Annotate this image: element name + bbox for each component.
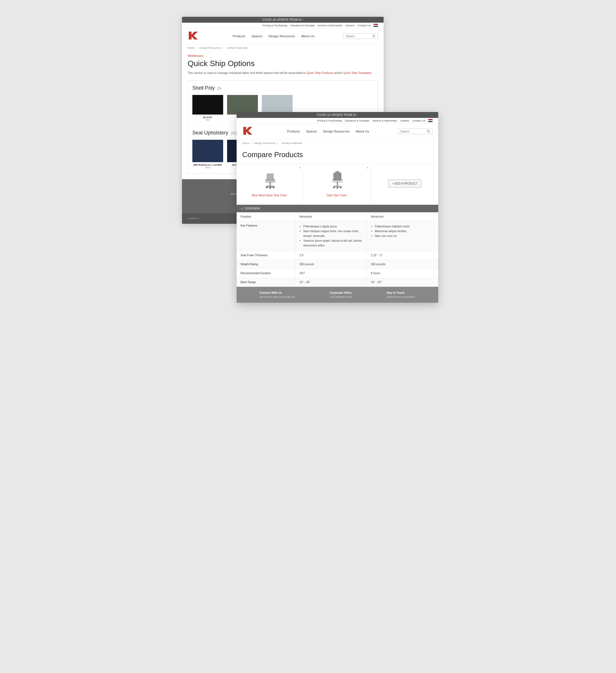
banner-w2[interactable]: COVID-19 UPDATE FROM KI › bbox=[237, 112, 438, 118]
nav-about-w2[interactable]: About Us bbox=[356, 130, 369, 133]
feature-1-3: Vivamus ipsum quam, lacinia ut elit sed,… bbox=[303, 238, 363, 248]
svg-point-21 bbox=[273, 187, 274, 188]
swatch-metropolis[interactable]: METROPOLIS | AZURE IMAZ bbox=[192, 140, 223, 169]
compare-col-2: × bbox=[304, 164, 371, 203]
breadcrumb-home-w2[interactable]: Home bbox=[242, 142, 249, 145]
nav-about-w1[interactable]: About Us bbox=[301, 34, 315, 38]
table-row-function: Function Advanced Advanced bbox=[237, 212, 438, 221]
util-link-careers-w2[interactable]: Careers bbox=[400, 119, 409, 122]
svg-line-5 bbox=[429, 132, 430, 133]
overview-label: OVERVIEW bbox=[245, 207, 260, 210]
label-weight: Weight Rating bbox=[237, 260, 295, 269]
val-weight-2: 350 pounds bbox=[367, 260, 438, 269]
flag-icon-w2[interactable] bbox=[428, 119, 432, 122]
nav-design-w1[interactable]: Design Resources bbox=[269, 34, 295, 38]
w2-footer-title-3: Stay In Touch bbox=[386, 291, 415, 294]
svg-rect-23 bbox=[265, 180, 267, 180]
swatch-code-metropolis: IMAZ bbox=[205, 166, 211, 169]
breadcrumb-surface-w1: Surface Materials bbox=[227, 46, 248, 49]
search-input-w1[interactable] bbox=[346, 35, 371, 38]
fabric-metropolis bbox=[192, 140, 223, 162]
val-weight-1: 350 pounds bbox=[295, 260, 367, 269]
val-foam-2: 2.25" - 3" bbox=[367, 251, 438, 260]
val-function-1: Advanced bbox=[295, 212, 367, 221]
add-product-col: + ADD A PRODUCT bbox=[371, 164, 438, 203]
search-bar-w1[interactable] bbox=[343, 33, 378, 39]
search-icon-w1 bbox=[372, 34, 375, 38]
util-link-pricing[interactable]: Pricing & Purchasing bbox=[262, 24, 287, 27]
page-title-w1: Quick Ship Options bbox=[188, 59, 378, 68]
product-link-2[interactable]: Oath Task Chair › bbox=[326, 194, 348, 197]
close-product-1[interactable]: × bbox=[299, 166, 301, 170]
val-function-2: Advanced bbox=[367, 212, 438, 221]
product-link-1[interactable]: Altus Mesh Back Task Chair › bbox=[252, 194, 288, 197]
swatch-color-blue bbox=[227, 95, 258, 115]
val-features-2: Pellentesque habitant morbi Maecenas ali… bbox=[367, 221, 438, 251]
w2-footer: Connect With Us Get in touch with a loca… bbox=[237, 287, 438, 303]
nav-spaces-w2[interactable]: Spaces bbox=[306, 130, 317, 133]
breadcrumb-w1: Home › Design Resources › Surface Materi… bbox=[182, 44, 384, 51]
svg-point-20 bbox=[266, 187, 267, 188]
w2-footer-desc-2: 1330 Bellevue Street bbox=[330, 295, 352, 298]
breadcrumb-design-w1[interactable]: Design Resources bbox=[199, 46, 221, 49]
svg-point-40 bbox=[337, 187, 338, 189]
svg-line-2 bbox=[374, 37, 375, 37]
w2-footer-col-3: Stay In Touch Subscribe to our newslette… bbox=[386, 291, 415, 298]
util-link-careers[interactable]: Careers bbox=[345, 24, 355, 27]
compare-title: Compare Products bbox=[237, 147, 438, 164]
flag-icon[interactable] bbox=[373, 24, 378, 27]
nav-design-w2[interactable]: Design Resources bbox=[323, 130, 350, 133]
breadcrumb-design-w2[interactable]: Design Resources bbox=[254, 142, 276, 145]
add-product-button[interactable]: + ADD A PRODUCT bbox=[388, 180, 422, 188]
w2-footer-title-1: Connect With Us bbox=[260, 291, 295, 294]
chevron-icon: ∧ bbox=[241, 207, 243, 210]
link-quick-ship-products[interactable]: Quick Ship Products bbox=[307, 71, 333, 74]
util-link-contact-w2[interactable]: Contact Us bbox=[412, 119, 425, 122]
svg-rect-35 bbox=[335, 171, 339, 173]
svg-rect-18 bbox=[270, 182, 271, 186]
util-link-service-w2[interactable]: Service & Warranties bbox=[372, 119, 397, 122]
ki-logo bbox=[188, 31, 198, 41]
feature-2-2: Maecenas aliquet facilisis bbox=[375, 229, 434, 234]
logo-w2[interactable] bbox=[242, 126, 253, 137]
seat-count: (47) bbox=[231, 131, 237, 135]
svg-rect-24 bbox=[273, 180, 275, 180]
table-row-foam: Seat Foam Thickness 2.5" 2.25" - 3" bbox=[237, 251, 438, 260]
nav-products-w2[interactable]: Products bbox=[287, 130, 300, 133]
breadcrumb-home-w1[interactable]: Home bbox=[188, 46, 195, 49]
table-row-duration: Recommended Duration 24/7 8 hours bbox=[237, 269, 438, 278]
util-link-service[interactable]: Service & Warranties bbox=[318, 24, 342, 27]
util-link-literature[interactable]: Literature & Samples bbox=[290, 24, 315, 27]
svg-rect-42 bbox=[340, 180, 342, 180]
search-icon-w2 bbox=[427, 130, 430, 133]
nav-spaces-w1[interactable]: Spaces bbox=[252, 34, 262, 38]
banner-w1[interactable]: COVID-19 UPDATE FROM KI › bbox=[182, 17, 384, 23]
svg-marker-3 bbox=[243, 127, 252, 135]
main-nav-w1: Products Spaces Design Resources About U… bbox=[182, 28, 384, 44]
util-link-literature-w2[interactable]: Literature & Samples bbox=[345, 119, 370, 122]
product-img-1 bbox=[258, 168, 283, 192]
copyright-text-w1: © 2020 KI bbox=[188, 217, 199, 220]
val-features-1: Pellentesque a ligula purus Nam tristiqu… bbox=[295, 221, 367, 251]
logo-w1[interactable] bbox=[188, 31, 198, 41]
nav-products-w1[interactable]: Products bbox=[233, 34, 246, 38]
label-features: Key Features bbox=[237, 221, 295, 251]
val-duration-2: 8 hours bbox=[367, 269, 438, 277]
label-duration: Recommended Duration bbox=[237, 269, 295, 277]
swatch-black[interactable]: BLACK PBL bbox=[192, 95, 223, 121]
w2-footer-desc-3: Subscribe to our newsletter bbox=[386, 295, 415, 298]
compare-table: Function Advanced Advanced Key Features … bbox=[237, 212, 438, 287]
close-product-2[interactable]: × bbox=[366, 166, 368, 170]
overview-header[interactable]: ∧ OVERVIEW bbox=[237, 205, 438, 212]
val-back-2: 16° - 22° bbox=[367, 278, 438, 286]
search-bar-w2[interactable] bbox=[398, 129, 432, 134]
search-input-w2[interactable] bbox=[400, 130, 425, 133]
ki-logo-w2 bbox=[242, 126, 253, 137]
label-back: Back Range bbox=[237, 278, 295, 286]
label-function: Function bbox=[237, 212, 295, 221]
util-link-pricing-w2[interactable]: Pricing & Purchasing bbox=[317, 119, 342, 122]
util-link-contact[interactable]: Contact Us bbox=[358, 24, 371, 27]
breadcrumb-w2: Home › Design Resources › Surface Materi… bbox=[237, 140, 438, 147]
link-quick-ship-templates[interactable]: Quick Ship Templates bbox=[343, 71, 371, 74]
main-nav-w2: Products Spaces Design Resources About U… bbox=[237, 124, 438, 140]
